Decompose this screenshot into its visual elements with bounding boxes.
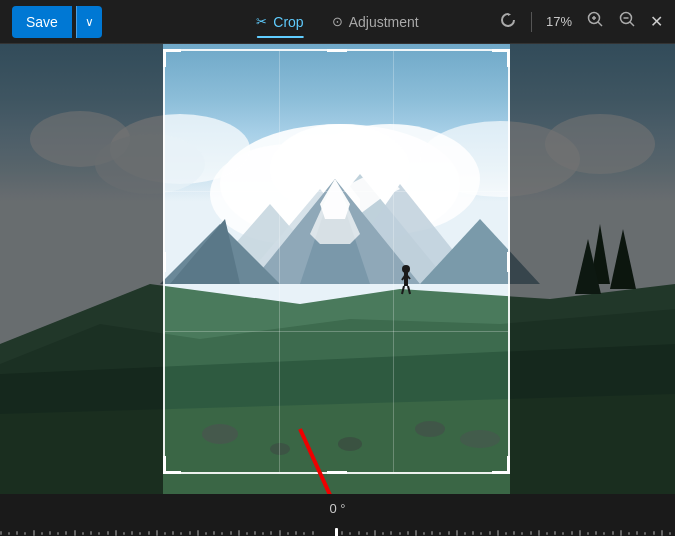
- canvas-area: [0, 44, 675, 494]
- tab-adjustment[interactable]: ⊙ Adjustment: [332, 10, 419, 34]
- grid-h1: [165, 191, 508, 192]
- crop-edge-top[interactable]: [327, 49, 347, 52]
- svg-rect-61: [98, 532, 100, 535]
- svg-rect-128: [661, 530, 663, 536]
- svg-rect-60: [90, 531, 92, 535]
- svg-rect-71: [180, 532, 182, 535]
- svg-rect-89: [341, 531, 343, 535]
- svg-rect-119: [587, 532, 589, 535]
- grid-v2: [393, 51, 394, 472]
- svg-rect-112: [530, 531, 532, 535]
- zoom-out-icon[interactable]: [618, 10, 636, 33]
- grid-h2: [165, 331, 508, 332]
- svg-rect-66: [139, 532, 141, 535]
- crop-edge-bottom[interactable]: [327, 471, 347, 474]
- history-icon[interactable]: [499, 11, 517, 33]
- header-divider: [531, 12, 532, 32]
- svg-rect-74: [205, 532, 207, 535]
- svg-rect-84: [287, 532, 289, 535]
- svg-rect-55: [49, 531, 51, 535]
- svg-rect-67: [148, 531, 150, 535]
- svg-rect-125: [636, 531, 638, 535]
- crop-edge-left[interactable]: [163, 252, 166, 272]
- chevron-down-icon: ∨: [85, 15, 94, 29]
- save-button[interactable]: Save: [12, 6, 72, 38]
- svg-rect-78: [238, 530, 240, 536]
- svg-rect-86: [303, 532, 305, 535]
- svg-rect-105: [472, 531, 474, 535]
- svg-rect-110: [513, 531, 515, 535]
- svg-rect-99: [423, 532, 425, 535]
- svg-rect-96: [399, 532, 401, 535]
- svg-rect-75: [213, 531, 215, 535]
- svg-rect-50: [8, 532, 10, 535]
- svg-rect-56: [57, 532, 59, 535]
- save-dropdown-button[interactable]: ∨: [76, 6, 102, 38]
- close-icon[interactable]: ✕: [650, 12, 663, 31]
- zoom-in-icon[interactable]: [586, 10, 604, 33]
- crop-corner-br[interactable]: [492, 456, 510, 474]
- svg-rect-107: [489, 531, 491, 535]
- svg-rect-52: [24, 532, 26, 535]
- svg-rect-92: [366, 532, 368, 535]
- crop-corner-bl[interactable]: [163, 456, 181, 474]
- svg-rect-68: [156, 530, 158, 536]
- ruler-container[interactable]: // This will be rendered as SVG ticks vi…: [0, 522, 675, 537]
- grid-v1: [279, 51, 280, 472]
- svg-rect-121: [603, 532, 605, 535]
- tab-crop[interactable]: ✂ Crop: [256, 10, 303, 34]
- svg-rect-72: [189, 531, 191, 535]
- svg-rect-94: [382, 532, 384, 535]
- svg-rect-101: [439, 532, 441, 535]
- bottom-bar: 0 ° // This will be rendered as SVG tick…: [0, 494, 675, 536]
- zoom-level: 17%: [546, 14, 572, 29]
- svg-rect-93: [374, 530, 376, 536]
- ruler-svg: // This will be rendered as SVG ticks vi…: [0, 522, 675, 537]
- crop-edge-right[interactable]: [507, 252, 510, 272]
- svg-rect-49: [0, 531, 2, 535]
- adjustment-tab-label: Adjustment: [349, 14, 419, 30]
- svg-rect-126: [644, 532, 646, 535]
- svg-rect-51: [16, 531, 18, 535]
- svg-rect-118: [579, 530, 581, 536]
- svg-rect-129: [669, 532, 671, 535]
- svg-rect-113: [538, 530, 540, 536]
- svg-rect-95: [390, 531, 392, 535]
- svg-rect-123: [620, 530, 622, 536]
- svg-rect-64: [123, 532, 125, 535]
- crop-corner-tr[interactable]: [492, 49, 510, 67]
- svg-rect-100: [431, 531, 433, 535]
- crop-box[interactable]: [163, 49, 510, 474]
- crop-corner-tl[interactable]: [163, 49, 181, 67]
- svg-rect-98: [415, 530, 417, 536]
- ruler-pattern: [0, 528, 671, 537]
- svg-rect-122: [612, 531, 614, 535]
- header: Save ∨ ✂ Crop ⊙ Adjustment 17%: [0, 0, 675, 44]
- svg-rect-87: [312, 531, 314, 535]
- svg-rect-58: [74, 530, 76, 536]
- svg-rect-88: [335, 528, 338, 537]
- svg-rect-114: [546, 532, 548, 535]
- svg-rect-73: [197, 530, 199, 536]
- svg-rect-120: [595, 531, 597, 535]
- svg-rect-117: [571, 531, 573, 535]
- svg-rect-82: [270, 531, 272, 535]
- svg-rect-57: [65, 531, 67, 535]
- svg-rect-115: [554, 531, 556, 535]
- svg-rect-54: [41, 532, 43, 535]
- svg-line-3: [598, 22, 602, 26]
- angle-display: 0 °: [329, 501, 345, 516]
- svg-rect-63: [115, 530, 117, 536]
- svg-rect-85: [295, 531, 297, 535]
- svg-rect-116: [562, 532, 564, 535]
- svg-rect-127: [653, 531, 655, 535]
- header-left: Save ∨: [12, 6, 102, 38]
- svg-rect-65: [131, 531, 133, 535]
- svg-rect-90: [349, 532, 351, 535]
- overlay-left: [0, 44, 163, 494]
- header-center: ✂ Crop ⊙ Adjustment: [256, 10, 418, 34]
- adjustment-tab-icon: ⊙: [332, 14, 343, 29]
- svg-rect-53: [33, 530, 35, 536]
- crop-tab-icon: ✂: [256, 14, 267, 29]
- svg-rect-80: [254, 531, 256, 535]
